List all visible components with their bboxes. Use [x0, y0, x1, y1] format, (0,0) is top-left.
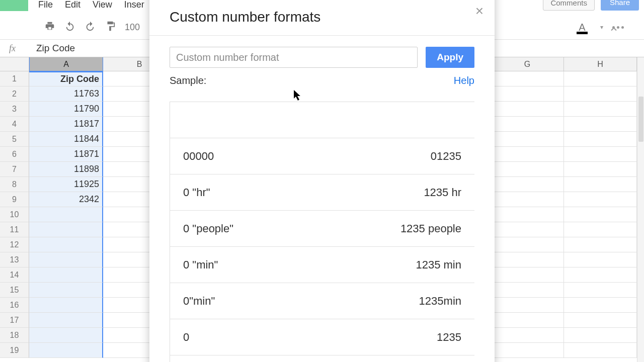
- format-item[interactable]: 0 "people"1235 people: [170, 211, 474, 247]
- format-input[interactable]: [170, 47, 418, 68]
- row-header[interactable]: 18: [0, 328, 29, 343]
- cell-g[interactable]: [491, 313, 564, 328]
- cell-g[interactable]: [491, 132, 564, 147]
- cell-a[interactable]: 11898: [29, 162, 103, 177]
- format-item[interactable]: [170, 102, 474, 138]
- cell-g[interactable]: [491, 237, 564, 252]
- cell-g[interactable]: [491, 177, 564, 192]
- cell-a[interactable]: 2342: [29, 192, 103, 207]
- cell-a[interactable]: Zip Code: [29, 71, 103, 86]
- menu-file[interactable]: File: [38, 0, 53, 10]
- undo-icon[interactable]: [64, 21, 75, 34]
- cell-h[interactable]: [564, 147, 637, 162]
- paint-format-icon[interactable]: [105, 21, 116, 34]
- help-link[interactable]: Help: [454, 75, 474, 86]
- scrollbar-thumb[interactable]: [638, 97, 643, 142]
- row-header[interactable]: 11: [0, 222, 29, 237]
- format-item[interactable]: 0"min"1235min: [170, 283, 474, 319]
- cell-a[interactable]: [29, 267, 103, 283]
- format-list[interactable]: 00000012350 "hr"1235 hr0 "people"1235 pe…: [170, 102, 474, 362]
- cell-h[interactable]: [564, 313, 637, 328]
- cell-h[interactable]: [564, 298, 637, 313]
- cell-h[interactable]: [564, 267, 637, 283]
- cell-h[interactable]: [564, 71, 637, 86]
- select-all-corner[interactable]: [0, 57, 29, 71]
- cell-g[interactable]: [491, 207, 564, 222]
- cell-g[interactable]: [491, 147, 564, 162]
- row-header[interactable]: 3: [0, 102, 29, 117]
- row-header[interactable]: 6: [0, 147, 29, 162]
- cell-h[interactable]: [564, 328, 637, 343]
- menu-view[interactable]: View: [93, 0, 112, 10]
- format-item[interactable]: 0000001235: [170, 138, 474, 174]
- dropdown-caret-icon[interactable]: ▾: [600, 24, 603, 31]
- cell-g[interactable]: [491, 267, 564, 283]
- cell-g[interactable]: [491, 298, 564, 313]
- cell-a[interactable]: 11925: [29, 177, 103, 192]
- row-header[interactable]: 10: [0, 207, 29, 222]
- cell-h[interactable]: [564, 132, 637, 147]
- cell-h[interactable]: [564, 177, 637, 192]
- cell-g[interactable]: [491, 252, 564, 267]
- cell-a[interactable]: 11817: [29, 117, 103, 132]
- cell-g[interactable]: [491, 86, 564, 102]
- comments-button[interactable]: Comments: [543, 0, 595, 11]
- cell-a[interactable]: [29, 283, 103, 298]
- cell-g[interactable]: [491, 222, 564, 237]
- row-header[interactable]: 13: [0, 252, 29, 267]
- cell-g[interactable]: [491, 117, 564, 132]
- column-header-g[interactable]: G: [491, 57, 564, 71]
- cell-g[interactable]: [491, 162, 564, 177]
- row-header[interactable]: 15: [0, 283, 29, 298]
- cell-h[interactable]: [564, 283, 637, 298]
- row-header[interactable]: 19: [0, 343, 29, 358]
- cell-g[interactable]: [491, 71, 564, 86]
- row-header[interactable]: 7: [0, 162, 29, 177]
- vertical-scrollbar[interactable]: [637, 57, 644, 362]
- cell-h[interactable]: [564, 162, 637, 177]
- row-header[interactable]: 1: [0, 71, 29, 86]
- row-header[interactable]: 8: [0, 177, 29, 192]
- column-header-a[interactable]: A: [29, 57, 103, 71]
- cell-h[interactable]: [564, 86, 637, 102]
- cell-g[interactable]: [491, 102, 564, 117]
- cell-a[interactable]: 11763: [29, 86, 103, 102]
- format-item[interactable]: 0 "hr"1235 hr: [170, 174, 474, 211]
- cell-a[interactable]: 11871: [29, 147, 103, 162]
- cell-a[interactable]: 11844: [29, 132, 103, 147]
- zoom-level[interactable]: 100: [125, 22, 140, 33]
- cell-a[interactable]: [29, 343, 103, 358]
- cell-g[interactable]: [491, 328, 564, 343]
- cell-h[interactable]: [564, 252, 637, 267]
- row-header[interactable]: 16: [0, 298, 29, 313]
- cell-g[interactable]: [491, 343, 564, 358]
- row-header[interactable]: 9: [0, 192, 29, 207]
- collapse-toolbar-icon[interactable]: [609, 24, 619, 36]
- menu-insert[interactable]: Inser: [124, 0, 144, 10]
- cell-h[interactable]: [564, 102, 637, 117]
- row-header[interactable]: 2: [0, 86, 29, 102]
- cell-h[interactable]: [564, 117, 637, 132]
- row-header[interactable]: 17: [0, 313, 29, 328]
- print-icon[interactable]: [44, 21, 55, 34]
- cell-a[interactable]: [29, 328, 103, 343]
- cell-a[interactable]: [29, 252, 103, 267]
- cell-a[interactable]: [29, 222, 103, 237]
- row-header[interactable]: 4: [0, 117, 29, 132]
- cell-h[interactable]: [564, 237, 637, 252]
- cell-h[interactable]: [564, 222, 637, 237]
- redo-icon[interactable]: [85, 21, 96, 34]
- cell-a[interactable]: [29, 313, 103, 328]
- row-header[interactable]: 5: [0, 132, 29, 147]
- format-item[interactable]: 0 "min"1235 min: [170, 247, 474, 283]
- cell-h[interactable]: [564, 343, 637, 358]
- text-color-button[interactable]: A: [575, 20, 589, 34]
- row-header[interactable]: 14: [0, 267, 29, 283]
- cell-a[interactable]: [29, 237, 103, 252]
- cell-g[interactable]: [491, 192, 564, 207]
- cell-g[interactable]: [491, 283, 564, 298]
- cell-a[interactable]: 11790: [29, 102, 103, 117]
- cell-h[interactable]: [564, 207, 637, 222]
- format-item[interactable]: 01235: [170, 319, 474, 355]
- menu-edit[interactable]: Edit: [65, 0, 80, 10]
